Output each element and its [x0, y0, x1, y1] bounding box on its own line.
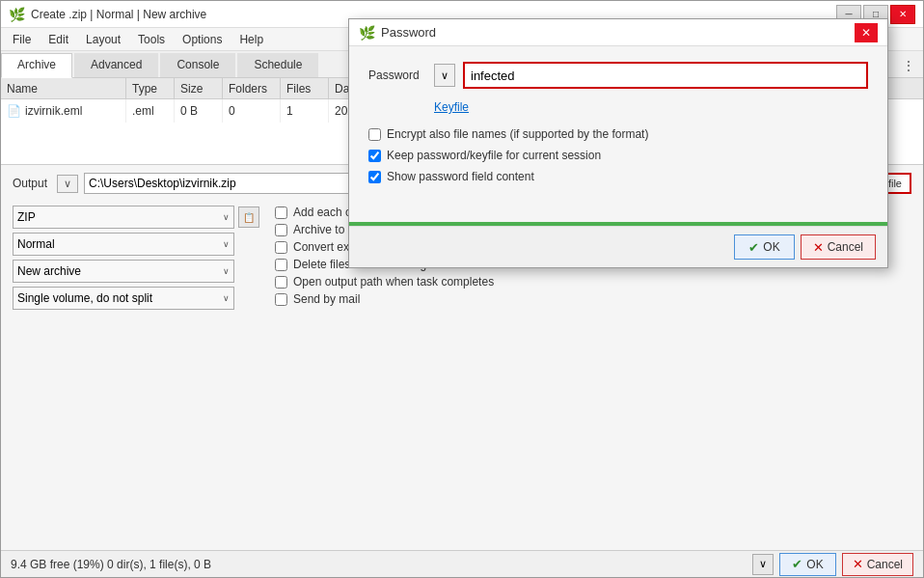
compression-row: Normal ∨: [13, 233, 263, 256]
password-input[interactable]: [465, 64, 866, 87]
status-bar: 9.4 GB free (19%) 0 dir(s), 1 file(s), 0…: [1, 550, 923, 577]
password-dropdown-button[interactable]: ∨: [434, 64, 455, 87]
modal-cancel-x-icon: ✕: [813, 240, 824, 255]
format-copy-button[interactable]: 📋: [238, 206, 259, 228]
output-dropdown-button[interactable]: ∨: [57, 175, 78, 193]
app-icon: 🌿: [9, 7, 25, 22]
modal-ok-checkmark-icon: ✔: [748, 240, 759, 255]
mode-row: New archive ∨: [13, 260, 263, 283]
format-chevron-icon: ∨: [223, 212, 230, 222]
modal-cancel-button[interactable]: ✕ Cancel: [801, 234, 876, 260]
archive-to-orig-checkbox[interactable]: [275, 224, 287, 236]
format-dropdown[interactable]: ZIP ∨: [13, 206, 234, 229]
volume-chevron-icon: ∨: [223, 293, 230, 303]
mode-dropdown[interactable]: New archive ∨: [13, 260, 234, 283]
modal-icon: 🌿: [359, 25, 375, 41]
menu-file[interactable]: File: [5, 31, 39, 48]
modal-checkboxes: Encrypt also file names (if supported by…: [368, 127, 868, 183]
add-each-checkbox[interactable]: [275, 206, 287, 219]
modal-title-bar: 🌿 Password ✕: [349, 19, 887, 46]
status-info: 9.4 GB free (19%) 0 dir(s), 1 file(s), 0…: [11, 558, 211, 571]
open-output-checkbox-row[interactable]: Open output path when task completes: [275, 275, 494, 289]
encrypt-names-checkbox-row[interactable]: Encrypt also file names (if supported by…: [368, 127, 868, 141]
menu-tools[interactable]: Tools: [130, 31, 173, 48]
modal-title: Password: [381, 25, 436, 40]
volume-dropdown[interactable]: Single volume, do not split ∨: [13, 287, 234, 310]
options-left: ZIP ∨ 📋 Normal ∨ New archive ∨: [13, 206, 263, 310]
compression-chevron-icon: ∨: [223, 239, 230, 249]
cancel-x-icon: ✕: [853, 557, 863, 571]
cell-files: 1: [281, 99, 329, 123]
column-name: Name: [1, 78, 126, 98]
status-right: ∨ ✔ OK ✕ Cancel: [752, 553, 913, 576]
column-files: Files: [281, 78, 329, 98]
file-icon: 📄: [7, 104, 21, 118]
menu-edit[interactable]: Edit: [41, 31, 76, 48]
send-by-mail-checkbox[interactable]: [275, 293, 287, 306]
status-dropdown[interactable]: ∨: [752, 554, 774, 575]
tab-schedule[interactable]: Schedule: [237, 53, 318, 77]
tab-more-icon[interactable]: ⋮: [894, 53, 923, 77]
column-folders: Folders: [223, 78, 281, 98]
output-label: Output: [13, 177, 51, 190]
close-button[interactable]: ✕: [890, 5, 915, 24]
title-bar-left: 🌿 Create .zip | Normal | New archive: [9, 7, 206, 22]
modal-footer: ✔ OK ✕ Cancel: [349, 226, 887, 267]
modal-title-left: 🌿 Password: [359, 25, 436, 41]
encrypt-names-checkbox[interactable]: [368, 128, 381, 141]
cell-size: 0 B: [175, 99, 223, 123]
modal-ok-button[interactable]: ✔ OK: [734, 234, 794, 260]
keep-password-checkbox-row[interactable]: Keep password/keyfile for current sessio…: [368, 149, 868, 162]
password-input-row: Password ∨: [368, 62, 868, 89]
tab-console[interactable]: Console: [160, 53, 235, 77]
keyfile-link[interactable]: Keyfile: [434, 100, 868, 114]
menu-options[interactable]: Options: [175, 31, 230, 48]
modal-body: Password ∨ Keyfile Encrypt also file nam…: [349, 46, 887, 214]
show-password-checkbox-row[interactable]: Show password field content: [368, 170, 868, 183]
menu-layout[interactable]: Layout: [78, 31, 128, 48]
convert-existing-checkbox[interactable]: [275, 241, 287, 254]
compression-dropdown[interactable]: Normal ∨: [13, 233, 234, 256]
show-password-checkbox[interactable]: [368, 171, 381, 183]
send-by-mail-checkbox-row[interactable]: Send by mail: [275, 292, 494, 306]
password-modal: 🌿 Password ✕ Password ∨ Keyfile: [348, 18, 888, 268]
cell-folders: 0: [223, 99, 281, 123]
window-title: Create .zip | Normal | New archive: [31, 8, 206, 21]
cell-name: 📄 izvirnik.eml: [1, 99, 126, 123]
ok-checkmark-icon: ✔: [792, 557, 802, 571]
tab-advanced[interactable]: Advanced: [74, 53, 158, 77]
volume-row: Single volume, do not split ∨: [13, 287, 263, 310]
keep-password-checkbox[interactable]: [368, 150, 381, 162]
password-input-wrapper: [463, 62, 868, 89]
format-row: ZIP ∨ 📋: [13, 206, 263, 229]
modal-close-button[interactable]: ✕: [855, 23, 878, 42]
password-field-label: Password: [368, 69, 426, 82]
mode-chevron-icon: ∨: [223, 266, 230, 276]
main-ok-button[interactable]: ✔ OK: [779, 553, 835, 576]
main-window: 🌿 Create .zip | Normal | New archive ─ □…: [0, 0, 924, 578]
column-size: Size: [175, 78, 223, 98]
main-cancel-button[interactable]: ✕ Cancel: [842, 553, 913, 576]
open-output-checkbox[interactable]: [275, 276, 287, 289]
tab-archive[interactable]: Archive: [1, 53, 72, 78]
delete-after-checkbox[interactable]: [275, 259, 287, 271]
menu-help[interactable]: Help: [231, 31, 271, 48]
cell-type: .eml: [126, 99, 175, 123]
column-type: Type: [126, 78, 175, 98]
